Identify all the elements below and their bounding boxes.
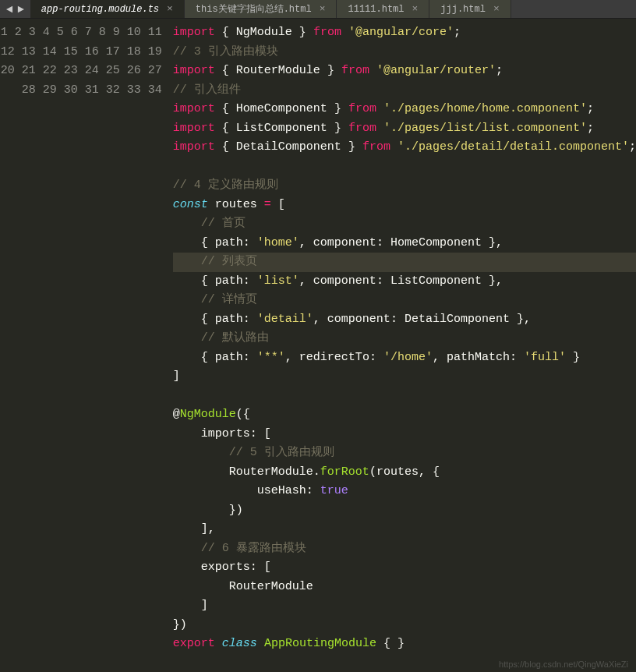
code-line: exports: [ (173, 558, 636, 578)
code-line: // 5 引入路由规则 (173, 444, 636, 463)
code-line: import { HomeComponent } from './pages/h… (173, 100, 636, 119)
close-icon[interactable]: × (167, 3, 173, 15)
tab-2[interactable]: 11111.html× (337, 0, 429, 18)
code-line: ] (173, 596, 636, 616)
close-icon[interactable]: × (493, 3, 500, 15)
code-line: useHash: true (173, 482, 636, 501)
code-line: // 6 暴露路由模块 (173, 539, 636, 559)
code-line: import { NgModule } from '@angular/core'… (173, 23, 636, 43)
code-line: // 首页 (173, 214, 636, 234)
editor: 1 2 3 4 5 6 7 8 9 10 11 12 13 14 15 16 1… (0, 19, 636, 672)
code-line: { path: 'home', component: HomeComponent… (173, 234, 636, 253)
tabs-container: app-routing.module.ts×this关键字指向总结.html×1… (30, 0, 511, 18)
code-line: import { ListComponent } from './pages/l… (173, 119, 636, 139)
code-line: ] (173, 367, 636, 387)
code-line: // 默认路由 (173, 329, 636, 348)
code-line: export class AppRoutingModule { } (173, 635, 636, 654)
code-line: const routes = [ (173, 196, 636, 215)
code-line: ], (173, 520, 636, 539)
nav-forward-icon[interactable]: ► (17, 3, 23, 16)
tab-0[interactable]: app-routing.module.ts× (30, 0, 185, 18)
code-line: RouterModule.forRoot(routes, { (173, 463, 636, 483)
nav-back-icon[interactable]: ◄ (6, 3, 12, 16)
code-line (173, 387, 636, 406)
code-line: }) (173, 501, 636, 521)
tab-label: app-routing.module.ts (41, 4, 159, 15)
code-line: { path: 'detail', component: DetailCompo… (173, 310, 636, 330)
tab-label: jjj.html (440, 4, 486, 15)
tab-label: 11111.html (348, 4, 404, 15)
close-icon[interactable]: × (320, 3, 326, 15)
nav-arrows: ◄ ► (0, 3, 30, 16)
code-line: // 详情页 (173, 291, 636, 310)
watermark: https://blog.csdn.net/QingWaXieZi (499, 660, 628, 669)
code-line: // 列表页 (173, 253, 636, 272)
code-line: import { RouterModule } from '@angular/r… (173, 62, 636, 81)
code-line: import { DetailComponent } from './pages… (173, 138, 636, 157)
code-line: }) (173, 616, 636, 635)
code-line: RouterModule (173, 578, 636, 597)
code-line: { path: '**', redirectTo: '/home', pathM… (173, 348, 636, 368)
code-area[interactable]: import { NgModule } from '@angular/core'… (173, 19, 636, 672)
code-line: imports: [ (173, 425, 636, 444)
tab-1[interactable]: this关键字指向总结.html× (185, 0, 337, 18)
code-line (173, 157, 636, 177)
titlebar: ◄ ► app-routing.module.ts×this关键字指向总结.ht… (0, 0, 636, 19)
code-line: // 引入组件 (173, 81, 636, 101)
code-line: { path: 'list', component: ListComponent… (173, 272, 636, 292)
code-line: // 3 引入路由模块 (173, 43, 636, 62)
tab-3[interactable]: jjj.html× (429, 0, 511, 18)
tab-label: this关键字指向总结.html (196, 2, 312, 16)
code-line: // 4 定义路由规则 (173, 176, 636, 196)
code-line: @NgModule({ (173, 405, 636, 425)
close-icon[interactable]: × (412, 3, 419, 15)
line-gutter: 1 2 3 4 5 6 7 8 9 10 11 12 13 14 15 16 1… (0, 19, 173, 672)
